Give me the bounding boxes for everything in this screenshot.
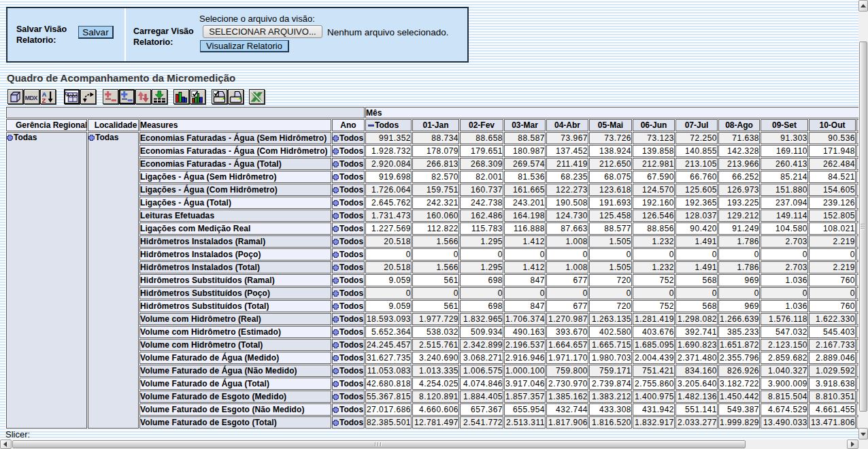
svg-text:MDX: MDX — [25, 95, 37, 101]
svg-text:Z: Z — [42, 97, 46, 103]
